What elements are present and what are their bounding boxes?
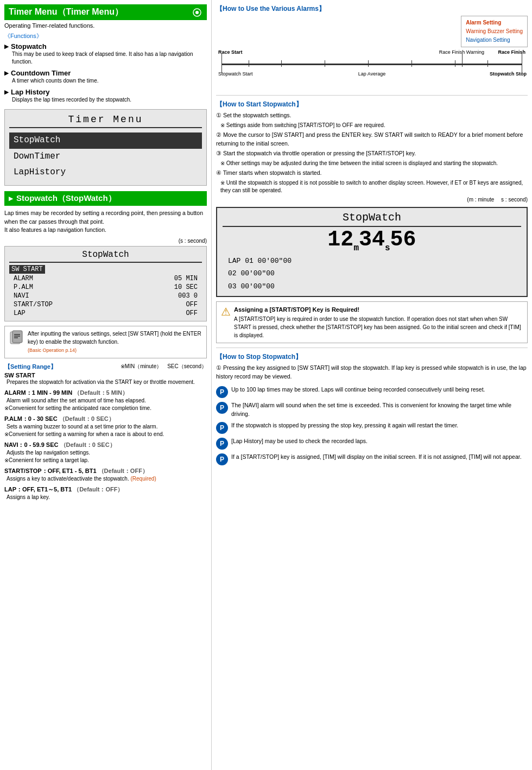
function-stopwatch-title: Stopwatch bbox=[4, 42, 207, 51]
required-text: (Required) bbox=[130, 476, 156, 482]
p-icon-3: P bbox=[216, 422, 228, 434]
timer-menu-box: Timer Menu StopWatch DownTimer LapHistor… bbox=[4, 109, 207, 186]
setting-range: 【Setting Range】 ※MIN（minute） SEC（second）… bbox=[4, 363, 207, 501]
p-icon-2: P bbox=[216, 402, 228, 414]
function-countdown-desc: A timer which counts down the time. bbox=[12, 77, 207, 85]
race-finish-warning-label: Race Finish Warning bbox=[439, 49, 484, 55]
howto-step-1: ① Set the stopwatch settings. bbox=[216, 111, 528, 120]
stopwatch-stop-label: Stopwatch Stop bbox=[490, 71, 527, 77]
tick2 bbox=[281, 60, 282, 67]
setting-range-header: 【Setting Range】 ※MIN（minute） SEC（second） bbox=[4, 363, 207, 371]
howto-step-3: ③ Start the stopwatch via throttle opera… bbox=[216, 149, 528, 158]
p-icon-4: P bbox=[216, 438, 228, 450]
sw-display-time: 12m34s56 bbox=[223, 229, 521, 253]
svg-point-1 bbox=[195, 11, 199, 14]
tick5 bbox=[411, 60, 412, 67]
stopwatch-start-label: Stopwatch Start bbox=[218, 71, 253, 77]
alarm-settings-box: Alarm Setting Warning Buzzer Setting Nav… bbox=[461, 16, 528, 47]
sw-startstop-row: START/STOP OFF bbox=[9, 300, 202, 309]
sw-start-setting: SW START Prepares the stopwatch for acti… bbox=[4, 372, 207, 386]
howto-start-steps: ① Set the stopwatch settings. ※ Settings… bbox=[216, 111, 528, 194]
race-finish-label: Race Finish bbox=[498, 49, 525, 55]
startstop-setting: START/STOP：OFF, ET1 - 5, BT1 （Default：OF… bbox=[4, 467, 207, 483]
warning-title: Assigning a [START/STOP] Key is Required… bbox=[234, 305, 523, 314]
navi-desc: Adjusts the lap navigation settings. bbox=[7, 449, 207, 457]
navigation-label: Navigation Setting bbox=[466, 36, 523, 45]
info-link[interactable]: (Basic Operation p.14) bbox=[28, 348, 77, 353]
p-boxes-container: P Up to 100 lap times may be stored. Lap… bbox=[216, 386, 528, 466]
sw-display-box: StopWatch 12m34s56 LAP 01 00'00"00 02 00… bbox=[216, 207, 528, 297]
startstop-title: START/STOP：OFF, ET1 - 5, BT1 （Default：OF… bbox=[4, 467, 207, 475]
section-divider-2 bbox=[216, 348, 528, 348]
race-finish-warning-marker bbox=[462, 54, 463, 67]
palm-note: ※Convenient for setting a warning for wh… bbox=[4, 431, 207, 438]
function-countdown-title: Countdown Timer bbox=[4, 69, 207, 77]
sw-start-selected[interactable]: SW START bbox=[9, 265, 45, 274]
setting-range-note: ※MIN（minute） SEC（second） bbox=[121, 363, 207, 371]
p-text-1: Up to 100 lap times may be stored. Laps … bbox=[231, 386, 485, 394]
lap-average-label: Lap Average bbox=[358, 71, 385, 77]
info-icon bbox=[9, 330, 24, 347]
sw-lap-row: LAP OFF bbox=[9, 309, 202, 318]
info-box: After inputting the various settings, se… bbox=[4, 326, 207, 358]
startstop-desc: Assigns a key to activate/deactivate the… bbox=[7, 475, 207, 483]
alarm-setting-label: Alarm Setting bbox=[466, 18, 523, 27]
lap-title: LAP：OFF, ET1～5, BT1 （Default：OFF） bbox=[4, 485, 207, 494]
timer-menu-item-downtimer[interactable]: DownTimer bbox=[9, 149, 202, 165]
sw-palm-row: P.ALM 10 SEC bbox=[9, 283, 202, 292]
howto-start-header: 【How to Start Stopwatch】 bbox=[216, 100, 528, 109]
sw-alarm-row: ALARM 05 MIN bbox=[9, 274, 202, 283]
subtitle: Operating Timer-related functions. bbox=[4, 22, 207, 29]
sw-selected-row: SW START bbox=[9, 265, 202, 274]
right-panel: 【How to Use the Various Alarms】 Alarm Se… bbox=[212, 0, 532, 770]
tick4 bbox=[368, 60, 369, 67]
navi-setting: NAVI：0 - 59.9 SEC （Default：0 SEC） Adjust… bbox=[4, 441, 207, 464]
palm-desc: Sets a warning buzzer to sound at a set … bbox=[7, 423, 207, 431]
title-bar: Timer Menu（Timer Menu） bbox=[4, 4, 207, 20]
howto-step-4-note: ※ Until the stopwatch is stopped it is n… bbox=[220, 179, 528, 194]
p-icon-5: P bbox=[216, 453, 228, 465]
function-lap-history-desc: Displays the lap times recorded by the s… bbox=[12, 96, 207, 104]
setting-range-label: 【Setting Range】 bbox=[4, 363, 56, 371]
howto-step-4: ④ Timer starts when stopwatch is started… bbox=[216, 169, 528, 178]
race-start-marker bbox=[221, 54, 222, 73]
function-stopwatch: Stopwatch This may be used to keep track… bbox=[4, 42, 207, 66]
sw-display-title: StopWatch bbox=[223, 211, 521, 227]
timeline-bar bbox=[221, 64, 522, 65]
p-box-5: P If a [START/STOP] key is assigned, [TI… bbox=[216, 453, 528, 465]
function-stopwatch-desc: This may be used to keep track of elapse… bbox=[12, 51, 207, 66]
warning-box: ⚠ Assigning a [START/STOP] Key is Requir… bbox=[216, 301, 528, 344]
timer-menu-item-stopwatch[interactable]: StopWatch bbox=[9, 132, 202, 149]
howto-stop-step-1: ① Pressing the key assigned to [SW START… bbox=[216, 364, 528, 381]
warning-buzzer-label: Warning Buzzer Setting bbox=[466, 27, 523, 36]
alarm-desc: Alarm will sound after the set amount of… bbox=[7, 397, 207, 405]
tick3 bbox=[325, 60, 325, 67]
stopwatch-header: Stopwatch（StopWatch） bbox=[4, 191, 207, 206]
p-box-2: P The [NAVI] alarm will sound when the s… bbox=[216, 401, 528, 419]
stopwatch-desc1: Lap times may be recorded by setting a r… bbox=[4, 209, 207, 235]
race-finish-marker bbox=[522, 54, 522, 73]
warning-icon: ⚠ bbox=[221, 305, 231, 318]
palm-title: P.ALM：0 - 30 SEC （Default：0 SEC） bbox=[4, 415, 207, 423]
timer-menu-title: Timer Menu bbox=[9, 114, 202, 128]
palm-setting: P.ALM：0 - 30 SEC （Default：0 SEC） Sets a … bbox=[4, 415, 207, 438]
p-box-1: P Up to 100 lap times may be stored. Lap… bbox=[216, 386, 528, 398]
race-start-label: Race Start bbox=[218, 49, 243, 55]
gear-icon bbox=[192, 7, 202, 18]
function-lap-history: Lap History Displays the lap times recor… bbox=[4, 88, 207, 104]
alarm-setting: ALARM：1 MIN - 99 MIN （Default：5 MIN） Ala… bbox=[4, 389, 207, 412]
page-title: Timer Menu（Timer Menu） bbox=[9, 7, 123, 18]
navi-title: NAVI：0 - 59.9 SEC （Default：0 SEC） bbox=[4, 441, 207, 449]
info-text: After inputting the various settings, se… bbox=[28, 330, 202, 355]
howto-step-3-note: ※ Other settings may be adjusted during … bbox=[220, 160, 528, 167]
timer-menu-item-laphistory[interactable]: LapHistory bbox=[9, 165, 202, 181]
p-box-3: P If the stopwatch is stopped by pressin… bbox=[216, 421, 528, 434]
tick7 bbox=[487, 60, 488, 67]
svg-rect-3 bbox=[12, 331, 22, 343]
left-panel: Timer Menu（Timer Menu） Operating Timer-r… bbox=[0, 0, 212, 770]
alarm-title: ALARM：1 MIN - 99 MIN （Default：5 MIN） bbox=[4, 389, 207, 397]
section-divider-1 bbox=[216, 95, 528, 96]
sw-navi-row: NAVI 003 0 bbox=[9, 292, 202, 300]
sw-settings-box: StopWatch SW START ALARM 05 MIN P.ALM 10… bbox=[4, 246, 207, 321]
lap-desc: Assigns a lap key. bbox=[7, 494, 207, 501]
